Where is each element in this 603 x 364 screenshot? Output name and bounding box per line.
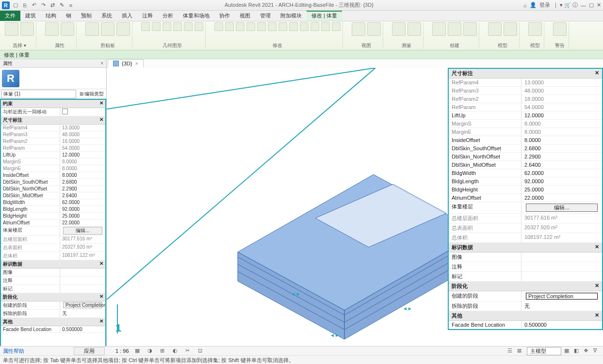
ribbon-icon[interactable]	[5, 22, 18, 36]
property-row[interactable]: LiftUp12.0000	[1, 152, 105, 158]
tab-5[interactable]: 系统	[97, 11, 117, 21]
ribbon-icon[interactable]	[528, 22, 542, 36]
ribbon-icon[interactable]	[278, 22, 287, 31]
property-row[interactable]: AtriumOffset22.0000	[1, 220, 105, 226]
status-icon[interactable]: ⊠	[517, 348, 524, 354]
property-row[interactable]: InsideOffset8.0000	[1, 172, 105, 179]
property-row[interactable]: DblSkin_NorthOffset2.2900	[1, 186, 105, 192]
ribbon-icon[interactable]	[195, 22, 203, 31]
property-row[interactable]: AtriumOffset22.0000	[449, 194, 602, 202]
ribbon-icon[interactable]	[392, 22, 406, 36]
ribbon-icon[interactable]	[300, 22, 309, 31]
ribbon-icon[interactable]	[289, 22, 298, 31]
property-row[interactable]: BldgHeight25.0000	[1, 213, 105, 220]
property-row[interactable]: 总体积108197.122 m³	[449, 233, 602, 243]
ribbon-icon[interactable]	[85, 22, 99, 36]
tab-7[interactable]: 注释	[137, 11, 158, 21]
view-icon[interactable]: ⊞	[160, 348, 167, 354]
ribbon-icon[interactable]	[225, 22, 234, 31]
tab-3[interactable]: 钢	[61, 11, 76, 21]
status-icon[interactable]: ∇	[593, 348, 600, 354]
close-icon[interactable]: ×	[100, 59, 103, 67]
property-row[interactable]: LiftUp12.0000	[449, 111, 602, 120]
property-row[interactable]: 图像	[449, 253, 602, 262]
status-icon[interactable]: ▦	[564, 348, 571, 354]
ribbon-icon[interactable]	[246, 22, 255, 31]
ribbon-icon[interactable]	[268, 22, 277, 31]
group-header[interactable]: 其他✕	[1, 318, 105, 326]
properties-grid[interactable]: 约束✕与邻近图元一同移动尺寸标注✕RefParam413.0000RefPara…	[0, 99, 106, 355]
view-tab[interactable]: {3D} ×	[108, 59, 144, 67]
property-row[interactable]: BldgWidth62.0000	[1, 199, 105, 206]
view-icon[interactable]: ⊡	[198, 348, 205, 354]
property-row[interactable]: RefParam218.0000	[449, 95, 602, 103]
ribbon-icon[interactable]	[61, 22, 74, 36]
view-icon[interactable]: ▦	[135, 348, 142, 354]
ribbon-icon[interactable]	[214, 22, 223, 31]
property-row[interactable]: RefParam348.0000	[1, 131, 105, 138]
properties-help-link[interactable]: 属性帮助	[3, 348, 24, 355]
status-icon[interactable]: ❖	[584, 348, 590, 354]
qat-icon[interactable]: ≡	[67, 1, 75, 9]
property-row[interactable]: Facade Bend Location0.500000	[449, 321, 602, 329]
tab-2[interactable]: 结构	[41, 11, 61, 21]
ribbon-icon[interactable]	[553, 22, 567, 36]
property-row[interactable]: MarginE8.0000	[1, 165, 105, 172]
property-row[interactable]: 创建的阶段Project Completion	[449, 291, 602, 301]
tab-14[interactable]: 修改 | 体量	[307, 11, 342, 21]
group-header[interactable]: 阶段化✕	[1, 293, 105, 301]
property-row[interactable]: 总体积108197.122 m³	[1, 252, 105, 260]
property-row[interactable]: RefParam348.0000	[449, 87, 602, 95]
user-icon[interactable]: 👤	[530, 2, 537, 8]
minimize-icon[interactable]: —	[581, 2, 586, 8]
status-icon[interactable]: ☰	[507, 348, 514, 354]
property-row[interactable]: RefParam413.0000	[1, 125, 105, 131]
status-icon[interactable]: ◧	[574, 348, 581, 354]
ribbon-icon[interactable]	[488, 22, 502, 36]
property-row[interactable]: MarginS8.0000	[449, 120, 602, 128]
property-row[interactable]: 拆除的阶段无	[1, 310, 105, 318]
property-row[interactable]: BldgLength92.0000	[449, 177, 602, 186]
group-header[interactable]: 约束✕	[1, 100, 105, 108]
property-row[interactable]: 注释	[449, 262, 602, 272]
ribbon-icon[interactable]	[20, 22, 34, 36]
ribbon-icon[interactable]	[463, 22, 477, 36]
property-row[interactable]: DblSkin_MidOffset2.6400	[1, 192, 105, 199]
property-row[interactable]: BldgLength92.0000	[1, 206, 105, 213]
property-row[interactable]: DblSkin_MidOffset2.6400	[449, 161, 602, 169]
property-row[interactable]: 总楼层面积30177.616 m²	[449, 214, 602, 223]
view-icon[interactable]: ◐	[173, 348, 179, 354]
group-header[interactable]: 其他✕	[449, 311, 602, 321]
property-row[interactable]: BldgWidth62.0000	[449, 169, 602, 177]
ribbon-icon[interactable]	[367, 22, 381, 36]
ribbon-icon[interactable]	[141, 22, 150, 31]
property-row[interactable]: MarginE8.0000	[449, 128, 602, 136]
property-row[interactable]: Facade Bend Location0.500000	[1, 326, 105, 333]
property-row[interactable]: RefParam54.0000	[449, 103, 602, 111]
ribbon-icon[interactable]	[173, 22, 182, 31]
close-icon[interactable]: ✕	[597, 2, 601, 8]
ribbon-icon[interactable]	[184, 22, 193, 31]
qat-icon[interactable]: ↶	[30, 1, 38, 9]
tab-4[interactable]: 预制	[76, 11, 97, 21]
group-header[interactable]: 阶段化✕	[449, 282, 602, 291]
view-icon[interactable]: ◑	[147, 348, 154, 354]
ribbon-icon[interactable]	[310, 22, 319, 31]
property-row[interactable]: 体量楼层编辑...	[1, 226, 105, 236]
tab-11[interactable]: 视图	[235, 11, 255, 21]
property-row[interactable]: 与邻近图元一同移动	[1, 108, 105, 116]
instance-selector[interactable]: 体量 (1)	[1, 90, 76, 98]
group-header[interactable]: 尺寸标注✕	[1, 116, 105, 125]
tab-0[interactable]: 文件	[0, 11, 20, 21]
property-row[interactable]: DblSkin_SouthOffset2.6800	[1, 179, 105, 186]
ribbon-icon[interactable]	[432, 22, 446, 36]
tab-8[interactable]: 分析	[158, 11, 178, 21]
edit-type-button[interactable]: ⊞ 编辑类型	[77, 91, 106, 97]
property-row[interactable]: MarginS8.0000	[1, 158, 105, 165]
qat-icon[interactable]: ↷	[39, 1, 47, 9]
group-header[interactable]: 标识数据✕	[1, 260, 105, 269]
property-row[interactable]: 标记	[1, 285, 105, 293]
property-row[interactable]: 总表面积20327.920 m²	[1, 244, 105, 252]
ribbon-icon[interactable]	[321, 22, 330, 31]
property-row[interactable]: DblSkin_NorthOffset2.2900	[449, 153, 602, 161]
